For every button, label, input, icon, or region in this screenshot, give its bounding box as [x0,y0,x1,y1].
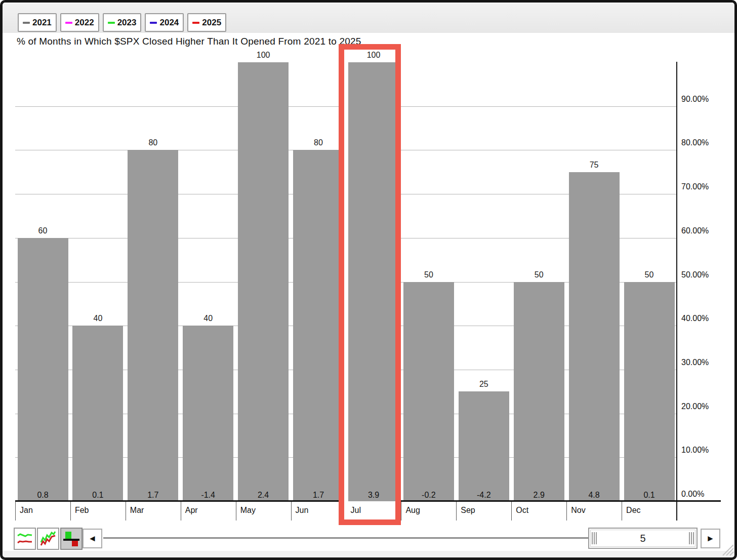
scroll-right-button[interactable]: ► [701,529,720,548]
chart-title: % of Months in Which $SPX Closed Higher … [17,36,361,47]
y-axis-label-30.00%: 30.00% [681,358,709,367]
legend-color-dash-icon [23,22,30,24]
legend-item-label: 2024 [159,18,179,28]
legend-color-dash-icon [150,22,157,24]
bar-nov [569,172,620,501]
mountain-chart-icon [39,530,57,547]
month-label-sep: Sep [461,506,475,515]
bar-jul [348,62,399,501]
bar-change-label-aug: -0.2 [403,491,454,500]
y-axis-label-80.00%: 80.00% [681,138,709,147]
bar-change-label-nov: 4.8 [569,491,620,500]
month-label-jun: Jun [296,506,309,515]
bar-may [238,62,289,501]
month-label-feb: Feb [75,506,89,515]
y-axis-label-40.00%: 40.00% [681,314,709,323]
bar-feb [72,326,123,501]
legend-color-dash-icon [192,22,199,24]
line-chart-type-button[interactable] [14,528,36,550]
legend-item-label: 2025 [202,18,221,28]
month-tick-jun [291,502,292,521]
month-tick-dec [622,502,622,521]
bar-aug [403,282,454,502]
bar-value-label-jun: 80 [293,138,344,147]
bar-change-label-jan: 0.8 [18,491,68,500]
legend-item-2023[interactable]: 2023 [103,13,142,32]
month-tick-apr [181,502,181,521]
thumb-value: 5 [640,533,645,544]
month-label-apr: Apr [185,506,198,515]
month-tick-oct [511,502,512,521]
bar-change-label-sep: -4.2 [459,491,509,500]
bar-sep [459,391,509,501]
legend: 20212022202320242025 [18,13,226,32]
month-label-oct: Oct [516,506,528,515]
scroll-left-button[interactable]: ◄ [83,529,102,548]
month-tick-jan [15,502,16,521]
y-axis-label-90.00%: 90.00% [681,95,709,104]
window-bottom-strip [3,551,734,557]
legend-item-2021[interactable]: 2021 [18,13,57,32]
legend-item-2025[interactable]: 2025 [187,13,226,32]
legend-item-2022[interactable]: 2022 [60,13,99,32]
line-chart-icon [16,530,33,547]
bar-value-label-jul: 100 [348,51,399,60]
bar-change-label-jun: 1.7 [293,491,344,500]
legend-item-2024[interactable]: 2024 [145,13,184,32]
bar-change-label-apr: -1.4 [183,491,233,500]
month-label-jan: Jan [20,506,33,515]
month-label-nov: Nov [571,506,585,515]
bar-value-label-feb: 40 [72,314,123,323]
bar-chart-icon [63,530,80,547]
thumb-left-grip-icon [592,532,597,544]
month-label-mar: Mar [130,506,144,515]
bar-value-label-nov: 75 [569,161,620,170]
bar-value-label-may: 100 [238,51,289,60]
chart-window: 20212022202320242025 % of Months in Whic… [0,0,737,560]
y-axis-line [676,62,677,521]
bar-value-label-apr: 40 [183,314,233,323]
bar-change-label-mar: 1.7 [128,491,178,500]
scrollbar-track[interactable] [103,537,589,539]
y-axis-label-50.00%: 50.00% [681,270,709,279]
legend-item-label: 2022 [75,18,94,28]
month-label-jul: Jul [351,506,361,515]
mountain-chart-type-button[interactable] [37,528,59,550]
bar-mar [128,150,178,501]
bar-change-label-oct: 2.9 [514,491,564,500]
month-label-dec: Dec [626,506,640,515]
y-axis-label-60.00%: 60.00% [681,226,709,235]
bar-jan [18,238,68,501]
right-arrow-icon: ► [706,534,715,544]
legend-band: 20212022202320242025 [3,4,734,33]
scrollbar-thumb[interactable]: 5 [588,528,698,549]
legend-color-dash-icon [108,22,115,24]
month-tick-nov [566,502,567,521]
legend-item-label: 2023 [117,18,137,28]
bar-change-label-dec: 0.1 [624,491,675,500]
y-axis-label-10.00%: 10.00% [681,446,709,455]
bar-value-label-oct: 50 [514,270,564,279]
bar-value-label-jan: 60 [18,226,68,235]
legend-color-dash-icon [65,22,72,24]
month-tick-mar [126,502,126,521]
thumb-right-grip-icon [689,532,694,544]
bar-change-label-may: 2.4 [238,491,289,500]
month-tick-feb [70,502,71,521]
left-arrow-icon: ◄ [88,534,97,544]
month-label-aug: Aug [405,506,420,515]
y-axis-label-0.00%: 0.00% [681,490,704,499]
bar-oct [514,282,564,502]
bar-value-label-sep: 25 [459,380,509,389]
bar-value-label-mar: 80 [128,138,178,147]
month-tick-aug [401,502,401,521]
bar-change-label-jul: 3.9 [348,491,399,500]
y-axis-label-70.00%: 70.00% [681,182,709,191]
bar-change-label-feb: 0.1 [72,491,123,500]
bar-apr [183,326,233,501]
month-tick-sep [456,502,457,521]
resize-grip-icon[interactable] [720,542,735,557]
bar-chart-type-button[interactable] [60,528,83,550]
month-tick-may [236,502,236,521]
month-label-may: May [240,506,256,515]
